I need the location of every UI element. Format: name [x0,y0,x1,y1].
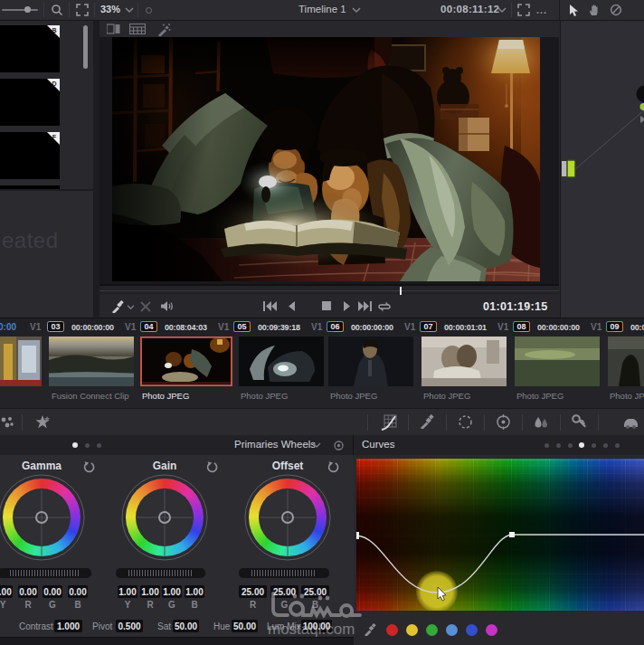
svg-text:F: F [52,134,57,140]
svg-text:D: D [52,81,56,87]
svg-text:B: B [52,27,56,33]
svg-text:mostaql.com: mostaql.com [268,621,355,638]
